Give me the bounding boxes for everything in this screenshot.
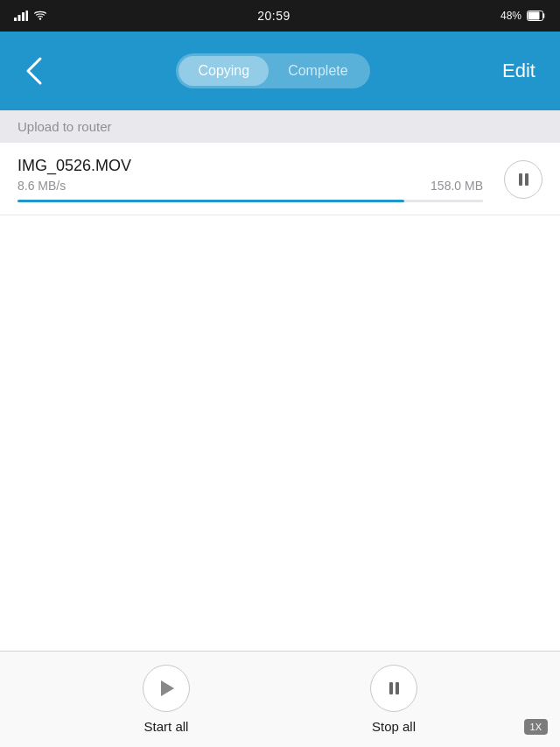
pause-icon bbox=[519, 173, 528, 186]
progress-bar-bg bbox=[18, 200, 483, 202]
start-all-circle bbox=[143, 665, 190, 712]
svg-point-4 bbox=[39, 18, 41, 19]
app-container: Copying Complete Edit Upload to router I… bbox=[0, 32, 560, 747]
svg-rect-0 bbox=[14, 18, 17, 21]
stop-all-pause-icon bbox=[389, 682, 399, 694]
svg-rect-1 bbox=[18, 15, 21, 21]
battery-icon bbox=[527, 11, 546, 21]
pause-bar-right bbox=[525, 173, 528, 186]
section-header-label: Upload to router bbox=[18, 119, 112, 134]
stop-all-label: Stop all bbox=[372, 719, 416, 734]
segment-copying[interactable]: Copying bbox=[178, 56, 269, 86]
stop-pause-bar-left bbox=[389, 682, 393, 694]
segment-control: Copying Complete bbox=[176, 53, 369, 88]
signal-icon bbox=[14, 11, 28, 21]
watermark: 1X bbox=[524, 719, 548, 735]
edit-button[interactable]: Edit bbox=[495, 53, 542, 89]
file-list: IMG_0526.MOV 8.6 MB/s 158.0 MB bbox=[0, 143, 560, 651]
file-size: 158.0 MB bbox=[430, 179, 483, 193]
file-info: IMG_0526.MOV 8.6 MB/s 158.0 MB bbox=[18, 157, 483, 202]
battery-percent: 48% bbox=[500, 10, 522, 22]
wifi-icon bbox=[33, 11, 47, 21]
file-item: IMG_0526.MOV 8.6 MB/s 158.0 MB bbox=[0, 143, 560, 215]
svg-rect-6 bbox=[528, 12, 539, 20]
segment-complete[interactable]: Complete bbox=[269, 56, 367, 86]
status-bar: 20:59 48% bbox=[0, 0, 560, 32]
bottom-toolbar: Start all Stop all bbox=[0, 651, 560, 747]
status-time: 20:59 bbox=[257, 9, 290, 23]
stop-pause-bar-right bbox=[396, 682, 399, 694]
start-all-label: Start all bbox=[144, 719, 189, 734]
svg-rect-3 bbox=[26, 11, 29, 21]
file-speed: 8.6 MB/s bbox=[18, 179, 66, 193]
svg-rect-2 bbox=[22, 12, 24, 21]
file-name: IMG_0526.MOV bbox=[18, 157, 131, 175]
stop-all-circle bbox=[370, 665, 417, 712]
play-icon bbox=[161, 680, 174, 696]
nav-bar: Copying Complete Edit bbox=[0, 32, 560, 110]
progress-bar-fill bbox=[18, 200, 404, 202]
stop-all-button[interactable]: Stop all bbox=[370, 665, 417, 734]
status-left bbox=[14, 11, 47, 21]
pause-bar-left bbox=[519, 173, 522, 186]
pause-button[interactable] bbox=[504, 160, 542, 199]
status-right: 48% bbox=[500, 10, 546, 22]
start-all-button[interactable]: Start all bbox=[143, 665, 190, 734]
back-button[interactable] bbox=[18, 48, 51, 94]
section-header: Upload to router bbox=[0, 110, 560, 143]
